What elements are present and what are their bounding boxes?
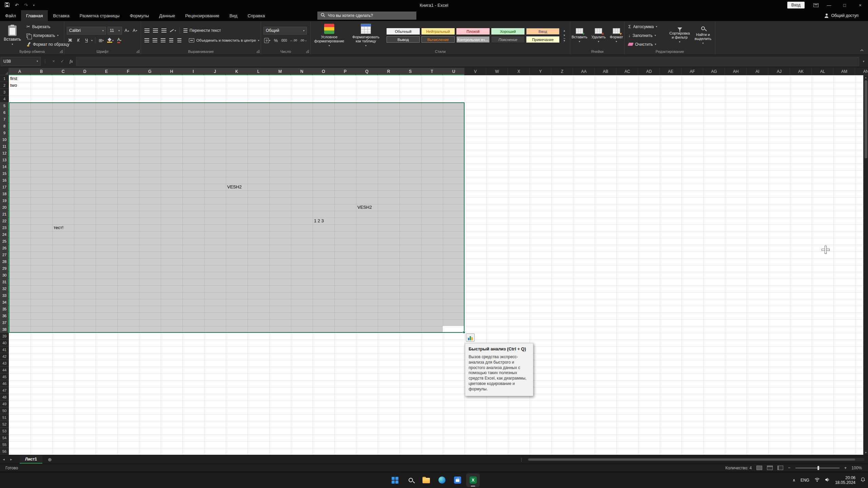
notification-bell-icon[interactable]: [861, 477, 865, 483]
row-header-53[interactable]: 53: [0, 428, 9, 434]
tab-options-icon[interactable]: ⋮: [519, 457, 524, 462]
font-size-select[interactable]: 11▾: [107, 27, 122, 35]
tab-data[interactable]: Данные: [154, 10, 180, 21]
orientation-button[interactable]: ▾: [169, 27, 177, 34]
tab-page-layout[interactable]: Разметка страницы: [75, 10, 125, 21]
row-header-1[interactable]: 1: [0, 75, 9, 82]
wrap-text-button[interactable]: Перенести текст: [182, 27, 222, 35]
delete-cells-button[interactable]: × Удалить ▾: [590, 23, 607, 48]
ribbon-display-options-icon[interactable]: [813, 3, 818, 7]
cell-C23[interactable]: тест!: [54, 224, 63, 231]
italic-button[interactable]: К: [75, 37, 82, 44]
edge-button[interactable]: [435, 473, 449, 487]
collapse-ribbon-button[interactable]: [860, 48, 864, 53]
format-as-table-button[interactable]: Форматировать как таблицу ▾: [348, 23, 383, 48]
cell-A1[interactable]: first: [10, 75, 17, 82]
normal-view-button[interactable]: [756, 466, 762, 470]
row-header-39[interactable]: 39: [0, 333, 9, 340]
column-header-D[interactable]: D: [74, 68, 96, 75]
add-sheet-icon[interactable]: ⊕: [48, 457, 52, 462]
borders-button[interactable]: ⊞▾: [98, 37, 105, 44]
cell-style-option[interactable]: Вычисление: [421, 36, 455, 43]
zoom-level[interactable]: 100%: [851, 466, 862, 470]
column-header-AI[interactable]: AI: [747, 68, 768, 75]
row-header-24[interactable]: 24: [0, 231, 9, 238]
column-header-K[interactable]: K: [226, 68, 248, 75]
store-button[interactable]: [451, 473, 464, 487]
column-header-AG[interactable]: AG: [703, 68, 725, 75]
column-header-AM[interactable]: AM: [833, 68, 855, 75]
undo-icon[interactable]: ↶: [15, 3, 19, 8]
row-header-9[interactable]: 9: [0, 129, 9, 136]
cell-style-option[interactable]: Контрольная ячейка: [456, 36, 490, 43]
row-header-3[interactable]: 3: [0, 89, 9, 96]
cell-style-option[interactable]: Хороший: [491, 28, 525, 35]
bold-button[interactable]: Ж: [67, 37, 74, 44]
row-header-23[interactable]: 23: [0, 224, 9, 231]
column-header-C[interactable]: C: [52, 68, 74, 75]
cell-style-option[interactable]: Обычный: [386, 28, 420, 35]
cell-style-option[interactable]: Плохой: [456, 28, 490, 35]
alignment-dialog-launcher[interactable]: [256, 50, 259, 53]
column-header-AF[interactable]: AF: [682, 68, 703, 75]
vertical-scrollbar[interactable]: ▴ ▾: [863, 75, 868, 455]
sort-filter-button[interactable]: Сортировка и фильтр ▾: [669, 23, 691, 48]
clear-button[interactable]: Очистить▾: [627, 40, 666, 48]
tellme-search[interactable]: [317, 12, 416, 20]
expand-formula-bar-icon[interactable]: ▾: [860, 60, 867, 63]
page-layout-view-button[interactable]: [767, 466, 773, 470]
next-sheet-icon[interactable]: ▸: [7, 457, 15, 462]
column-header-AK[interactable]: AK: [790, 68, 812, 75]
column-header-W[interactable]: W: [486, 68, 508, 75]
font-dialog-launcher[interactable]: [136, 50, 139, 53]
column-header-Z[interactable]: Z: [551, 68, 573, 75]
vertical-scroll-thumb[interactable]: [865, 80, 867, 158]
row-header-25[interactable]: 25: [0, 238, 9, 245]
number-format-select[interactable]: Общий▾: [263, 27, 307, 35]
row-header-15[interactable]: 15: [0, 170, 9, 177]
tab-home[interactable]: Главная: [21, 10, 48, 21]
row-header-52[interactable]: 52: [0, 421, 9, 428]
align-middle-button[interactable]: [152, 27, 159, 34]
scroll-up-icon[interactable]: ▴: [865, 76, 866, 79]
row-header-43[interactable]: 43: [0, 360, 9, 367]
column-header-AB[interactable]: AB: [595, 68, 616, 75]
column-header-I[interactable]: I: [182, 68, 204, 75]
quick-analysis-button[interactable]: [466, 333, 475, 342]
row-header-17[interactable]: 17: [0, 184, 9, 190]
autosum-button[interactable]: ΣАвтосумма▾: [627, 23, 666, 30]
zoom-out-button[interactable]: −: [788, 465, 791, 470]
row-header-47[interactable]: 47: [0, 387, 9, 394]
find-select-button[interactable]: Найти и выделить ▾: [693, 23, 713, 48]
row-header-14[interactable]: 14: [0, 163, 9, 170]
tab-review[interactable]: Рецензирование: [180, 10, 224, 21]
cancel-entry-button[interactable]: ×: [50, 57, 58, 66]
row-header-29[interactable]: 29: [0, 265, 9, 272]
row-header-48[interactable]: 48: [0, 394, 9, 401]
decrease-decimal-button[interactable]: .00→: [299, 37, 308, 44]
column-header-H[interactable]: H: [161, 68, 182, 75]
accounting-format-button[interactable]: ¤▾: [263, 37, 271, 44]
row-header-31[interactable]: 31: [0, 279, 9, 285]
row-header-27[interactable]: 27: [0, 251, 9, 258]
column-header-Y[interactable]: Y: [530, 68, 551, 75]
column-header-AD[interactable]: AD: [638, 68, 660, 75]
horizontal-scroll-thumb[interactable]: [528, 459, 855, 461]
tab-help[interactable]: Справка: [242, 10, 270, 21]
column-header-S[interactable]: S: [399, 68, 421, 75]
column-header-R[interactable]: R: [378, 68, 399, 75]
taskbar-clock[interactable]: 20:06 18.05.2024: [835, 475, 855, 485]
maximize-button[interactable]: □: [837, 0, 852, 10]
grow-font-button[interactable]: А▴: [123, 27, 130, 34]
fill-button[interactable]: ↓Заполнить▾: [627, 32, 666, 39]
align-left-button[interactable]: [143, 37, 150, 44]
cell-style-option[interactable]: Ввод: [526, 28, 560, 35]
zoom-slider[interactable]: [795, 468, 840, 468]
cell-Q20[interactable]: VESH2: [357, 204, 372, 211]
row-header-46[interactable]: 46: [0, 380, 9, 387]
row-header-36[interactable]: 36: [0, 312, 9, 319]
close-button[interactable]: ×: [852, 0, 868, 10]
volume-icon[interactable]: [825, 477, 830, 483]
increase-decimal-button[interactable]: ←.00: [289, 37, 298, 44]
row-header-51[interactable]: 51: [0, 414, 9, 421]
